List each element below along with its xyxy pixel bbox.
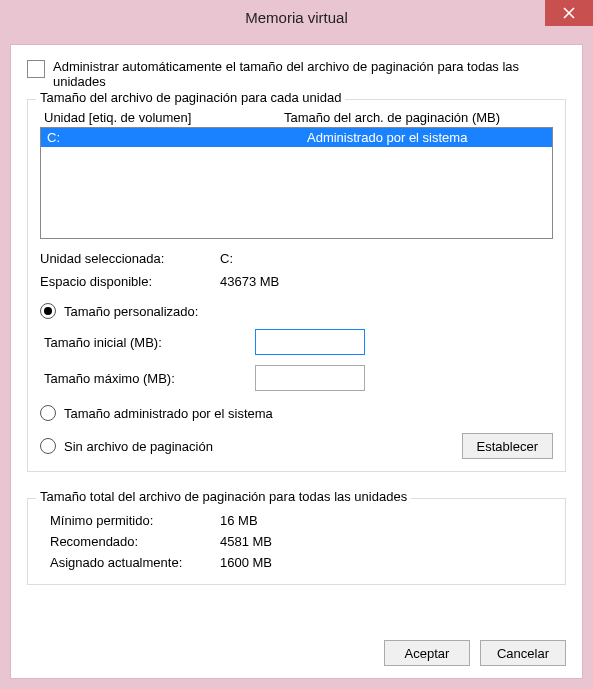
cancel-button[interactable]: Cancelar	[480, 640, 566, 666]
initial-size-label: Tamaño inicial (MB):	[40, 335, 255, 350]
col-drive-header: Unidad [etiq. de volumen]	[44, 110, 284, 125]
free-space-row: Espacio disponible: 43673 MB	[40, 274, 553, 289]
drive-row-size: Administrado por el sistema	[307, 130, 546, 145]
selected-drive-value: C:	[220, 251, 553, 266]
auto-manage-label: Administrar automáticamente el tamaño de…	[53, 59, 566, 89]
radio-none-inner[interactable]: Sin archivo de paginación	[40, 438, 462, 454]
max-size-input[interactable]	[255, 365, 365, 391]
rec-value: 4581 MB	[220, 534, 553, 549]
radio-custom-label: Tamaño personalizado:	[64, 304, 198, 319]
ok-button[interactable]: Aceptar	[384, 640, 470, 666]
auto-manage-checkbox[interactable]	[27, 60, 45, 78]
close-button[interactable]	[545, 0, 593, 26]
titlebar: Memoria virtual	[0, 0, 593, 34]
set-button[interactable]: Establecer	[462, 433, 553, 459]
initial-size-row: Tamaño inicial (MB):	[40, 329, 553, 355]
max-size-label: Tamaño máximo (MB):	[40, 371, 255, 386]
dialog-content: Administrar automáticamente el tamaño de…	[10, 44, 583, 679]
max-size-row: Tamaño máximo (MB):	[40, 365, 553, 391]
free-space-value: 43673 MB	[220, 274, 553, 289]
cur-value: 1600 MB	[220, 555, 553, 570]
totals-group-title: Tamaño total del archivo de paginación p…	[36, 489, 411, 504]
selected-drive-label: Unidad seleccionada:	[40, 251, 220, 266]
totals-group: Tamaño total del archivo de paginación p…	[27, 498, 566, 585]
radio-system[interactable]	[40, 405, 56, 421]
per-drive-group-title: Tamaño del archivo de paginación para ca…	[36, 90, 345, 105]
rec-label: Recomendado:	[40, 534, 220, 549]
radio-none-row: Sin archivo de paginación Establecer	[40, 433, 553, 459]
min-label: Mínimo permitido:	[40, 513, 220, 528]
radio-custom[interactable]	[40, 303, 56, 319]
button-bar: Aceptar Cancelar	[384, 640, 566, 666]
cur-row: Asignado actualmente: 1600 MB	[40, 555, 553, 570]
radio-none-label: Sin archivo de paginación	[64, 439, 213, 454]
min-row: Mínimo permitido: 16 MB	[40, 513, 553, 528]
drive-listbox[interactable]: C: Administrado por el sistema	[40, 127, 553, 239]
radio-custom-row[interactable]: Tamaño personalizado:	[40, 303, 553, 319]
free-space-label: Espacio disponible:	[40, 274, 220, 289]
cur-label: Asignado actualmente:	[40, 555, 220, 570]
close-icon	[563, 7, 575, 19]
radio-system-label: Tamaño administrado por el sistema	[64, 406, 273, 421]
drive-row[interactable]: C: Administrado por el sistema	[41, 128, 552, 147]
window-title: Memoria virtual	[245, 9, 348, 26]
initial-size-input[interactable]	[255, 329, 365, 355]
radio-system-row[interactable]: Tamaño administrado por el sistema	[40, 405, 553, 421]
list-headers: Unidad [etiq. de volumen] Tamaño del arc…	[40, 110, 553, 127]
col-size-header: Tamaño del arch. de paginación (MB)	[284, 110, 549, 125]
selected-drive-row: Unidad seleccionada: C:	[40, 251, 553, 266]
per-drive-group: Tamaño del archivo de paginación para ca…	[27, 99, 566, 472]
radio-none[interactable]	[40, 438, 56, 454]
auto-manage-row[interactable]: Administrar automáticamente el tamaño de…	[27, 59, 566, 89]
drive-row-drive: C:	[47, 130, 307, 145]
rec-row: Recomendado: 4581 MB	[40, 534, 553, 549]
min-value: 16 MB	[220, 513, 553, 528]
